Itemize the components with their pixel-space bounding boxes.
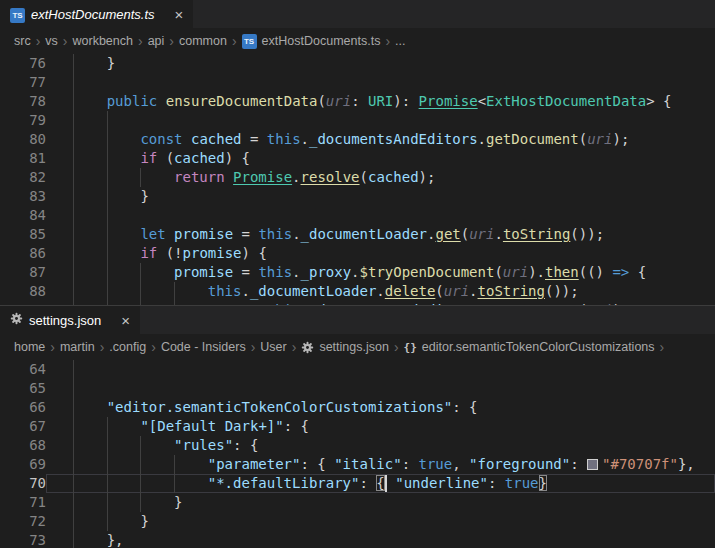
code-text: } bbox=[46, 54, 715, 73]
code-line[interactable]: 84 bbox=[0, 206, 715, 225]
line-number[interactable]: 69 bbox=[0, 455, 46, 474]
code-line[interactable]: 80const cached = this._documentsAndEdito… bbox=[0, 130, 715, 149]
code-token: ( bbox=[317, 93, 325, 109]
code-line[interactable]: 66"editor.semanticTokenColorCustomizatio… bbox=[0, 398, 715, 417]
line-number[interactable]: 71 bbox=[0, 493, 46, 512]
breadcrumb-item[interactable]: Code - Insiders bbox=[161, 340, 246, 354]
code-token: ( bbox=[157, 150, 174, 166]
code-editor-settings-json[interactable]: 646566"editor.semanticTokenColorCustomiz… bbox=[0, 360, 715, 548]
code-token: . bbox=[292, 226, 300, 242]
code-line[interactable]: 88this._documentLoader.delete(uri.toStri… bbox=[0, 282, 715, 301]
code-line[interactable]: 76} bbox=[0, 54, 715, 73]
breadcrumb-item[interactable]: workbench bbox=[73, 34, 133, 48]
code-token: if bbox=[140, 150, 157, 166]
code-line[interactable]: 89return this._documentsAndEditors.getDo… bbox=[0, 301, 715, 305]
code-line[interactable]: 67"[Default Dark+]": { bbox=[0, 417, 715, 436]
code-token: . bbox=[469, 283, 477, 299]
color-swatch[interactable] bbox=[587, 459, 598, 470]
line-number[interactable]: 85 bbox=[0, 225, 46, 244]
line-number[interactable]: 72 bbox=[0, 512, 46, 531]
indent-guide bbox=[73, 168, 107, 187]
line-number[interactable]: 83 bbox=[0, 187, 46, 206]
code-line[interactable]: 79 bbox=[0, 111, 715, 130]
breadcrumb-label: vs bbox=[45, 34, 58, 48]
tab-settings-json[interactable]: settings.json × bbox=[0, 306, 140, 334]
code-line[interactable]: 71} bbox=[0, 493, 715, 512]
line-number[interactable]: 84 bbox=[0, 206, 46, 225]
line-number[interactable]: 86 bbox=[0, 244, 46, 263]
code-token: . bbox=[478, 302, 486, 305]
code-line[interactable]: 72} bbox=[0, 512, 715, 531]
code-line[interactable]: 65 bbox=[0, 379, 715, 398]
code-token: . bbox=[300, 302, 308, 305]
breadcrumb-item[interactable]: src bbox=[14, 34, 31, 48]
line-number[interactable]: 67 bbox=[0, 417, 46, 436]
code-line[interactable]: 69"parameter": { "italic": true, "foregr… bbox=[0, 455, 715, 474]
tab-exthostdocuments[interactable]: TS extHostDocuments.ts × bbox=[0, 0, 193, 28]
line-number[interactable]: 64 bbox=[0, 360, 46, 379]
line-number[interactable]: 89 bbox=[0, 301, 46, 305]
close-icon[interactable]: × bbox=[121, 313, 130, 328]
code-line[interactable]: 87promise = this._proxy.$tryOpenDocument… bbox=[0, 263, 715, 282]
breadcrumb-item[interactable]: settings.json bbox=[301, 340, 388, 354]
line-number[interactable]: 78 bbox=[0, 92, 46, 111]
line-number[interactable]: 70 bbox=[0, 474, 46, 493]
line-number[interactable]: 65 bbox=[0, 379, 46, 398]
breadcrumb-item[interactable]: ... bbox=[395, 34, 405, 48]
code-line[interactable]: 77 bbox=[0, 73, 715, 92]
line-number[interactable]: 68 bbox=[0, 436, 46, 455]
code-line[interactable]: 82return Promise.resolve(cached); bbox=[0, 168, 715, 187]
code-token: } bbox=[140, 513, 148, 529]
code-token: (! bbox=[157, 245, 182, 261]
code-token: true bbox=[418, 456, 452, 472]
line-number[interactable]: 80 bbox=[0, 130, 46, 149]
line-number[interactable]: 73 bbox=[0, 531, 46, 548]
indent-guide bbox=[107, 282, 141, 301]
code-line[interactable]: 81if (cached) { bbox=[0, 149, 715, 168]
code-text: "parameter": { "italic": true, "foregrou… bbox=[46, 455, 715, 474]
breadcrumb-item[interactable]: {}editor.semanticTokenColorCustomization… bbox=[404, 340, 655, 354]
json-object-icon: {} bbox=[404, 341, 417, 354]
code-token: { bbox=[376, 475, 384, 491]
code-line[interactable]: 83} bbox=[0, 187, 715, 206]
code-line[interactable]: 68"rules": { bbox=[0, 436, 715, 455]
close-icon[interactable]: × bbox=[175, 7, 184, 22]
line-number[interactable]: 79 bbox=[0, 111, 46, 130]
breadcrumb-item[interactable]: TSextHostDocuments.ts bbox=[242, 34, 381, 49]
breadcrumb-item[interactable]: User bbox=[260, 340, 286, 354]
line-number[interactable]: 66 bbox=[0, 398, 46, 417]
code-token: get bbox=[435, 226, 460, 242]
gear-icon bbox=[301, 341, 314, 354]
breadcrumb-item[interactable]: martin bbox=[60, 340, 95, 354]
code-line[interactable]: 73}, bbox=[0, 531, 715, 548]
line-number[interactable]: 87 bbox=[0, 263, 46, 282]
code-line[interactable]: 64 bbox=[0, 360, 715, 379]
indent-guide bbox=[107, 206, 141, 225]
line-number[interactable]: 76 bbox=[0, 54, 46, 73]
line-number[interactable]: 88 bbox=[0, 282, 46, 301]
code-line[interactable]: 78public ensureDocumentData(uri: URI): P… bbox=[0, 92, 715, 111]
indent-guide bbox=[174, 301, 208, 305]
code-token: . bbox=[301, 131, 309, 147]
code-text: const cached = this._documentsAndEditors… bbox=[46, 130, 715, 149]
breadcrumb-item[interactable]: api bbox=[148, 34, 165, 48]
code-text bbox=[46, 111, 715, 130]
code-token: }, bbox=[678, 456, 695, 472]
indent-guide bbox=[174, 282, 208, 301]
breadcrumb-label: workbench bbox=[73, 34, 133, 48]
code-line[interactable]: 70"*.defaultLibrary": { "underline": tru… bbox=[0, 474, 715, 493]
code-token: . bbox=[376, 283, 384, 299]
breadcrumb-item[interactable]: vs bbox=[45, 34, 58, 48]
line-number[interactable]: 81 bbox=[0, 149, 46, 168]
code-token bbox=[183, 131, 191, 147]
breadcrumb-item[interactable]: home bbox=[14, 340, 45, 354]
code-token: _documentLoader bbox=[301, 226, 427, 242]
breadcrumb-label: editor.semanticTokenColorCustomizations bbox=[422, 340, 655, 354]
breadcrumb-item[interactable]: common bbox=[179, 34, 227, 48]
line-number[interactable]: 77 bbox=[0, 73, 46, 92]
code-editor-typescript[interactable]: 76}7778public ensureDocumentData(uri: UR… bbox=[0, 54, 715, 305]
code-line[interactable]: 86if (!promise) { bbox=[0, 244, 715, 263]
breadcrumb-item[interactable]: .config bbox=[109, 340, 146, 354]
line-number[interactable]: 82 bbox=[0, 168, 46, 187]
code-line[interactable]: 85let promise = this._documentLoader.get… bbox=[0, 225, 715, 244]
